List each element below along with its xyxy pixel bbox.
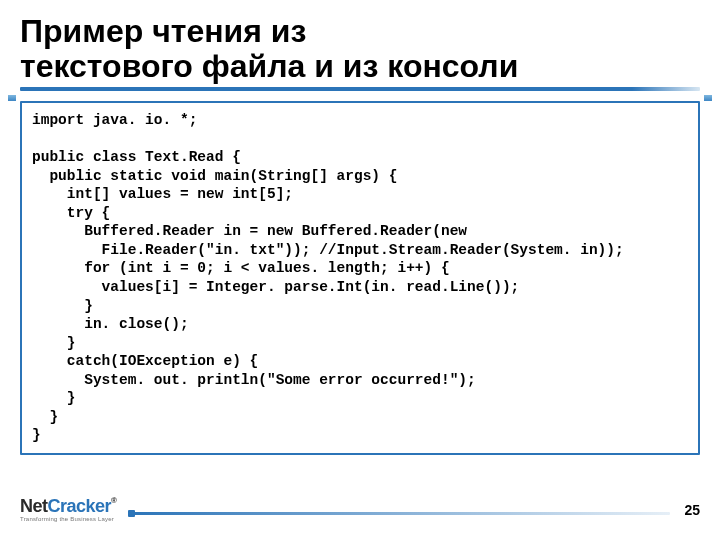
- logo-cracker: Cracker: [48, 496, 112, 516]
- code-block: import java. io. *; public class Text.Re…: [20, 101, 700, 455]
- title-underline: [20, 87, 700, 91]
- footer: NetCracker® Transforming the Business La…: [20, 497, 700, 522]
- page-number: 25: [684, 502, 700, 518]
- title-line-2: текстового файла и из консоли: [20, 48, 518, 84]
- code-frame: import java. io. *; public class Text.Re…: [20, 101, 700, 455]
- logo-text: NetCracker®: [20, 497, 116, 515]
- footer-divider: [130, 512, 670, 515]
- accent-right: [704, 95, 712, 101]
- slide: Пример чтения из текстового файла и из к…: [0, 0, 720, 540]
- footer-dot-icon: [128, 510, 135, 517]
- logo-net: Net: [20, 496, 48, 516]
- logo: NetCracker® Transforming the Business La…: [20, 497, 116, 522]
- slide-title: Пример чтения из текстового файла и из к…: [20, 14, 700, 83]
- logo-tagline: Transforming the Business Layer: [20, 516, 116, 522]
- accent-left: [8, 95, 16, 101]
- title-line-1: Пример чтения из: [20, 13, 306, 49]
